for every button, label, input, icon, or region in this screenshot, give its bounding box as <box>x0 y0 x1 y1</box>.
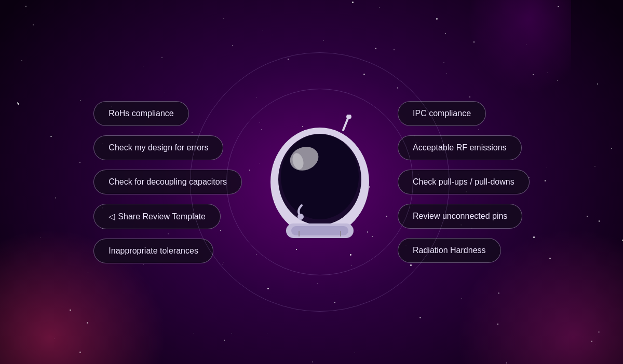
pill-rohs[interactable]: RoHs compliance <box>93 101 188 126</box>
main-content: RoHs complianceCheck my design for error… <box>0 0 623 364</box>
astronaut-helmet <box>263 115 377 249</box>
pill-tolerances[interactable]: Inappropriate tolerances <box>93 239 213 263</box>
orbit-inner <box>226 89 413 275</box>
share-icon: ◁ <box>109 212 115 221</box>
